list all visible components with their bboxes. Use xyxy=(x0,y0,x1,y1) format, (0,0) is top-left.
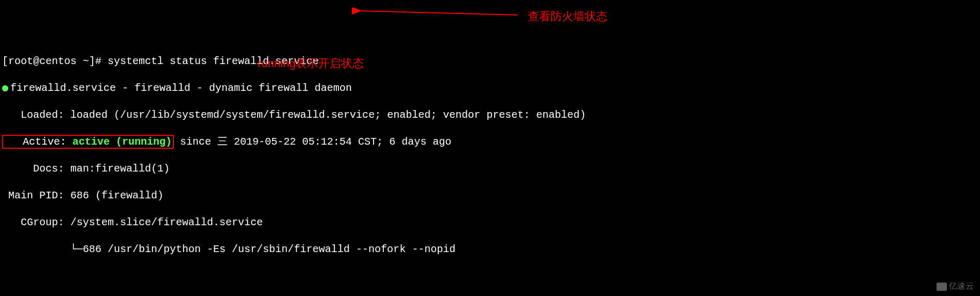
cgroup-value: /system.slice/firewalld.service xyxy=(70,216,263,228)
watermark-text: 亿速云 xyxy=(949,282,974,290)
cgroup-tree-line: └─686 /usr/bin/python -Es /usr/sbin/fire… xyxy=(2,243,978,256)
active-status: active (running) xyxy=(72,136,172,148)
main-pid-label: Main PID: xyxy=(2,190,70,201)
loaded-line: Loaded: loaded (/usr/lib/systemd/system/… xyxy=(2,108,978,122)
service-header-line: firewalld.service - firewalld - dynamic … xyxy=(2,82,978,95)
annotation-arrow-icon xyxy=(352,8,523,21)
main-pid-value: 686 (firewalld) xyxy=(70,190,164,201)
docs-value: man:firewalld(1) xyxy=(70,163,170,175)
active-line: Active: active (running) since 三 2019-05… xyxy=(2,135,978,149)
status-bullet-icon xyxy=(2,85,8,91)
docs-label: Docs: xyxy=(2,163,70,175)
loaded-label: Loaded: xyxy=(2,109,70,121)
annotation-check-status: 查看防火墙状态 xyxy=(528,9,607,24)
command-text: systemctl status firewalld.service xyxy=(108,55,319,67)
cgroup-process: └─686 /usr/bin/python -Es /usr/sbin/fire… xyxy=(2,243,455,255)
blank-line xyxy=(2,270,978,283)
cloud-icon xyxy=(937,283,947,291)
docs-line: Docs: man:firewalld(1) xyxy=(2,162,978,176)
active-label: Active: xyxy=(4,136,72,148)
loaded-value: loaded (/usr/lib/systemd/system/firewall… xyxy=(70,109,586,121)
service-name: firewalld.service - firewalld - dynamic … xyxy=(10,82,352,94)
terminal-output-line: [root@centos ~]# systemctl status firewa… xyxy=(2,55,978,68)
prompt[interactable]: [root@centos ~]# xyxy=(2,55,108,67)
svg-line-1 xyxy=(360,11,517,15)
main-pid-line: Main PID: 686 (firewalld) xyxy=(2,189,978,202)
watermark: 亿速云 xyxy=(932,270,974,292)
cgroup-label: CGroup: xyxy=(2,216,70,228)
cgroup-line: CGroup: /system.slice/firewalld.service xyxy=(2,216,978,229)
active-since: since 三 2019-05-22 05:12:54 CST; 6 days … xyxy=(174,136,451,148)
